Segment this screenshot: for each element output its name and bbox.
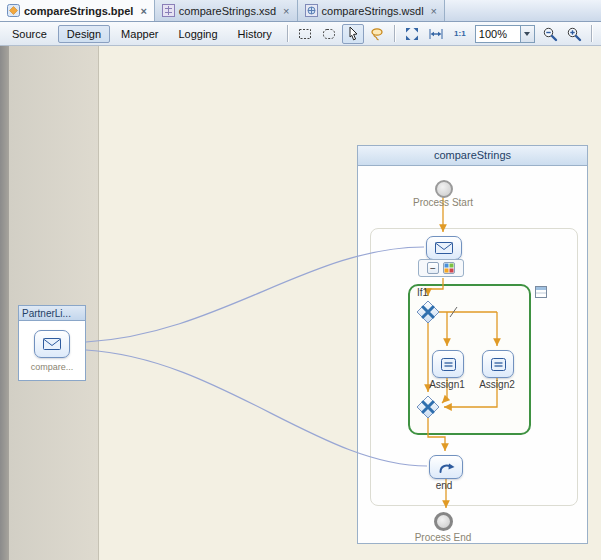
tab-label: compareStrings.xsd <box>179 5 276 17</box>
zoom-out-button[interactable] <box>539 24 561 44</box>
end-label: end <box>414 480 474 491</box>
zoom-out-icon <box>542 26 558 42</box>
assign-icon <box>441 358 456 371</box>
tab-label: compareStrings.wsdl <box>322 5 424 17</box>
actual-size-button[interactable]: 1:1 <box>449 24 471 44</box>
marquee-select-icon <box>297 26 313 42</box>
partnerlink-title: PartnerLi... <box>19 306 85 321</box>
palette-button[interactable] <box>443 262 455 274</box>
process-end-label: Process End <box>395 532 491 543</box>
canvas-left-margin <box>9 46 99 560</box>
fit-diagram-button[interactable] <box>401 24 423 44</box>
partnerlink-operation[interactable] <box>34 330 70 358</box>
process-end-event[interactable] <box>434 512 453 531</box>
bpel-file-icon <box>7 4 20 17</box>
zoom-dropdown-button[interactable] <box>520 25 535 43</box>
wsdl-file-icon <box>305 4 318 17</box>
envelope-icon <box>435 242 453 254</box>
zoom-input[interactable] <box>475 25 520 43</box>
lasso-icon <box>369 26 385 42</box>
if-label: If1 <box>417 287 428 298</box>
canvas-left-edge <box>0 46 9 560</box>
process-title[interactable]: compareStrings <box>358 146 587 166</box>
assign2-activity[interactable] <box>482 350 514 378</box>
zoom-combobox <box>475 25 535 43</box>
tab-comparestrings-bpel[interactable]: compareStrings.bpel × <box>0 0 155 21</box>
mapper-badge-icon[interactable] <box>535 286 547 298</box>
process-start-event[interactable] <box>435 180 453 198</box>
reply-arrow-icon <box>437 461 455 474</box>
zoom-in-button[interactable] <box>563 24 585 44</box>
history-view-button[interactable]: History <box>229 25 281 43</box>
pointer-icon <box>345 26 361 42</box>
tab-close-icon[interactable]: × <box>283 6 289 16</box>
designer-toolbar: Source Design Mapper Logging History <box>0 22 601 46</box>
marquee-select-button[interactable] <box>294 24 316 44</box>
toolbar-separator <box>591 25 592 42</box>
tab-label: compareStrings.bpel <box>24 5 133 17</box>
pointer-tool-button[interactable] <box>342 24 364 44</box>
editor-tab-bar: compareStrings.bpel × compareStrings.xsd… <box>0 0 601 22</box>
partnerlink-caption: compare... <box>31 362 74 372</box>
receive-activity[interactable] <box>426 236 462 260</box>
assign-icon <box>491 358 506 371</box>
toolbar-separator <box>394 25 395 42</box>
marquee-rounded-icon <box>321 26 337 42</box>
assign1-activity[interactable] <box>432 350 464 378</box>
toolbar-separator <box>287 25 288 42</box>
fit-width-icon <box>428 26 444 42</box>
process-start-label: Process Start <box>395 197 491 208</box>
xsd-file-icon <box>162 4 175 17</box>
bpel-designer-window: compareStrings.bpel × compareStrings.xsd… <box>0 0 601 560</box>
fit-width-button[interactable] <box>425 24 447 44</box>
collapse-button[interactable]: − <box>427 262 439 274</box>
palette-icon <box>444 263 454 273</box>
tab-comparestrings-xsd[interactable]: compareStrings.xsd × <box>155 0 298 21</box>
tab-close-icon[interactable]: × <box>140 6 146 16</box>
zoom-in-icon <box>566 26 582 42</box>
design-view-button[interactable]: Design <box>58 25 110 43</box>
marquee-rounded-select-button[interactable] <box>318 24 340 44</box>
source-view-button[interactable]: Source <box>3 25 56 43</box>
logging-view-button[interactable]: Logging <box>169 25 226 43</box>
tab-comparestrings-wsdl[interactable]: compareStrings.wsdl × <box>298 0 446 21</box>
chevron-down-icon <box>524 32 530 36</box>
activity-mini-toolbar: − <box>418 259 464 277</box>
envelope-icon <box>43 338 61 350</box>
tab-close-icon[interactable]: × <box>431 6 437 16</box>
fit-diagram-icon <box>404 26 420 42</box>
actual-size-icon: 1:1 <box>454 29 466 38</box>
partnerlink-box[interactable]: PartnerLi... compare... <box>18 305 86 381</box>
mapper-view-button[interactable]: Mapper <box>112 25 167 43</box>
lasso-tool-button[interactable] <box>366 24 388 44</box>
assign2-label: Assign2 <box>467 379 527 390</box>
reply-end-activity[interactable] <box>429 455 463 479</box>
design-canvas[interactable]: compareStrings If1 <box>0 46 601 560</box>
